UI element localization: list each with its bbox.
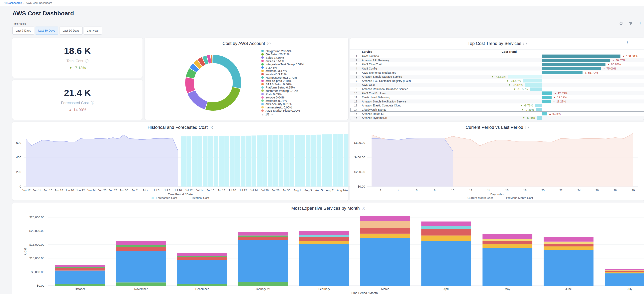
trend-bar	[538, 116, 542, 120]
info-icon[interactable]: i	[210, 126, 213, 129]
trend-bar	[542, 67, 601, 70]
time-range-last-7-days[interactable]: Last 7 Days	[12, 27, 34, 35]
legend-dot	[261, 96, 264, 99]
svg-text:Jun 26: Jun 26	[98, 189, 106, 192]
pager-down-icon[interactable]: ▼	[271, 113, 273, 116]
legend-item[interactable]: ø 3.44%	[261, 66, 304, 69]
legend-item[interactable]: Integration Test Setup 5.52%	[261, 63, 304, 66]
legend-item[interactable]: aws-security 0.01%	[261, 102, 304, 106]
legend-dot	[261, 109, 264, 112]
trend-value: ▲12.17%	[554, 95, 567, 100]
table-row[interactable]: 15Amazon Route 53▲6.25%	[350, 112, 644, 116]
legend-item[interactable]: Sales 14.08%	[261, 56, 304, 59]
most-expensive-services-chart: $0.00$5,000.00$10,000.00$15,000.00$20,00…	[12, 202, 644, 294]
table-row[interactable]: 11Elastic Load Balancing▲12.17%	[350, 95, 644, 100]
table-row[interactable]: 10AWS Cost Explorer▲12.83%	[350, 91, 644, 95]
legend-dot	[261, 53, 264, 56]
table-row[interactable]: 12Amazon Simple Notification Service▲11.…	[350, 100, 644, 104]
legend-label: HarnessDroneCI 2.72%	[266, 76, 297, 79]
legend-item[interactable]: playground 28.59%	[261, 49, 304, 53]
row-index: 6	[350, 75, 360, 79]
info-icon[interactable]: i	[85, 59, 88, 63]
historical-forecast-chart: 6004002000Jun 12Jun 14Jun 16Jun 18Jun 20…	[12, 131, 355, 192]
svg-text:Jul 20: Jul 20	[228, 189, 236, 192]
table-row[interactable]: 3AWS CloudTrail▲80.83%	[350, 62, 644, 67]
svg-text:10: 10	[451, 189, 454, 192]
svg-text:Jul 22: Jul 22	[239, 189, 247, 192]
row-cost-trend: ▼-43.81%	[497, 75, 644, 79]
info-icon[interactable]: i	[523, 42, 526, 45]
pager-up-icon[interactable]: ▲	[261, 113, 264, 116]
row-index: 5	[350, 71, 360, 75]
legend-item[interactable]: Rishi 0.09%	[261, 93, 304, 96]
legend-item[interactable]: customer-training 0.19%	[261, 89, 304, 93]
legend-item[interactable]: awstest4 0.01%	[261, 99, 304, 102]
row-index: 14	[350, 108, 360, 112]
info-icon[interactable]: i	[525, 126, 528, 129]
svg-text:January '21: January '21	[256, 287, 271, 290]
legend-dot	[261, 106, 264, 108]
info-icon[interactable]: i	[91, 101, 94, 104]
column-header-service[interactable]: Service	[360, 50, 497, 54]
compare-x-axis-title: Day Index	[350, 192, 644, 196]
legend-current-month[interactable]: Current Month Cost	[461, 196, 493, 199]
legend-label: Sales 14.08%	[266, 56, 284, 59]
trend-value: ▲12.83%	[554, 91, 567, 95]
legend-item[interactable]: SAAS Setup 0.86%	[261, 83, 304, 86]
legend-item[interactable]: aws-ce 0.04%	[261, 96, 304, 99]
legend-historical-cost[interactable]: Historical Cost	[184, 196, 209, 199]
legend-dot	[261, 86, 264, 89]
kebab-menu-icon[interactable]: ⋮	[638, 21, 642, 26]
legend-item[interactable]: harnesstest1 0.00%	[261, 106, 304, 109]
svg-text:Aug 7: Aug 7	[326, 189, 334, 192]
breadcrumb-link-all-dashboards[interactable]: All Dashboards	[4, 2, 22, 5]
svg-text:February: February	[318, 287, 330, 290]
row-index: 9	[350, 87, 360, 91]
column-header-cost-trend[interactable]: Cost Trend	[497, 50, 644, 54]
table-row[interactable]: 5AWS Elemental MediaStore▲51.72%	[350, 71, 644, 75]
row-service: Amazon DynamoDB	[360, 116, 497, 120]
trend-value: ▼-5.89%	[523, 116, 536, 120]
filter-icon[interactable]	[628, 21, 633, 26]
time-range-last-30-days[interactable]: Last 30 Days	[35, 27, 58, 35]
svg-text:18: 18	[524, 189, 526, 192]
time-range-last-year[interactable]: Last year	[84, 27, 102, 35]
most-expensive-services-card: Most Expensive Services by Monthi $0.00$…	[12, 202, 644, 294]
table-row[interactable]: 16Amazon DynamoDB▼-5.89%	[350, 116, 644, 120]
refresh-icon[interactable]	[619, 21, 623, 26]
table-row[interactable]: 6Amazon Simple Storage Service▼-43.81%	[350, 75, 644, 79]
trend-bar	[542, 59, 610, 62]
legend-item[interactable]: HarnessDroneCI 2.72%	[261, 76, 304, 79]
row-index: 2	[350, 58, 360, 63]
info-icon[interactable]: i	[267, 42, 270, 45]
legend-previous-month[interactable]: Previous Month Cost	[500, 196, 533, 199]
trend-bar	[535, 104, 542, 107]
legend-item[interactable]: Platform Setup 0.25%	[261, 86, 304, 89]
svg-text:Jul 30: Jul 30	[282, 189, 290, 192]
table-row[interactable]: 9Amazon Relational Database Service▼-15.…	[350, 87, 644, 91]
row-cost-trend: ▲6.25%	[497, 112, 644, 116]
legend-item[interactable]: aws-ce-prod 2.19%	[261, 79, 304, 83]
table-row[interactable]: 2Amazon API Gateway▲86.57%	[350, 58, 644, 63]
legend-item[interactable]: AWS Market Place 0.00%	[261, 109, 304, 112]
row-cost-trend: ▲11.28%	[497, 100, 644, 104]
table-row[interactable]: 1AWS Lambda▲100.00%	[350, 54, 644, 58]
table-row[interactable]: 14CloudWatch Events▼-7.39%	[350, 108, 644, 112]
svg-text:Jul 18: Jul 18	[218, 189, 226, 192]
legend-label: aws-ce 0.04%	[266, 96, 284, 99]
row-service: Amazon Route 53	[360, 112, 497, 116]
legend-forecasted-cost[interactable]: Forecasted Cost	[152, 196, 177, 199]
cost-by-account-title: Cost by AWS Accounti	[144, 41, 348, 46]
time-range-last-90-days[interactable]: Last 90 Days	[59, 27, 83, 35]
trend-bar	[536, 108, 542, 111]
table-kebab-menu-icon[interactable]: ⋮	[626, 41, 629, 44]
table-row[interactable]: 7Amazon EC2 Container Registry (ECR)▼-24…	[350, 79, 644, 83]
legend-item[interactable]: QA Setup 26.21%	[261, 53, 304, 56]
table-row[interactable]: 8AWS Glue▼-22.12%	[350, 83, 644, 87]
table-row[interactable]: 4AWS Config▲75.00%	[350, 67, 644, 71]
table-row[interactable]: 13Amazon Elastic Compute Cloud▼-8.73%	[350, 103, 644, 108]
legend-item[interactable]: awstest5 3.11%	[261, 73, 304, 76]
legend-item[interactable]: aws-cs 9.51%	[261, 59, 304, 63]
legend-item[interactable]: awstest3 3.17%	[261, 69, 304, 73]
historical-x-axis-title: Time Period / Date	[12, 192, 348, 196]
